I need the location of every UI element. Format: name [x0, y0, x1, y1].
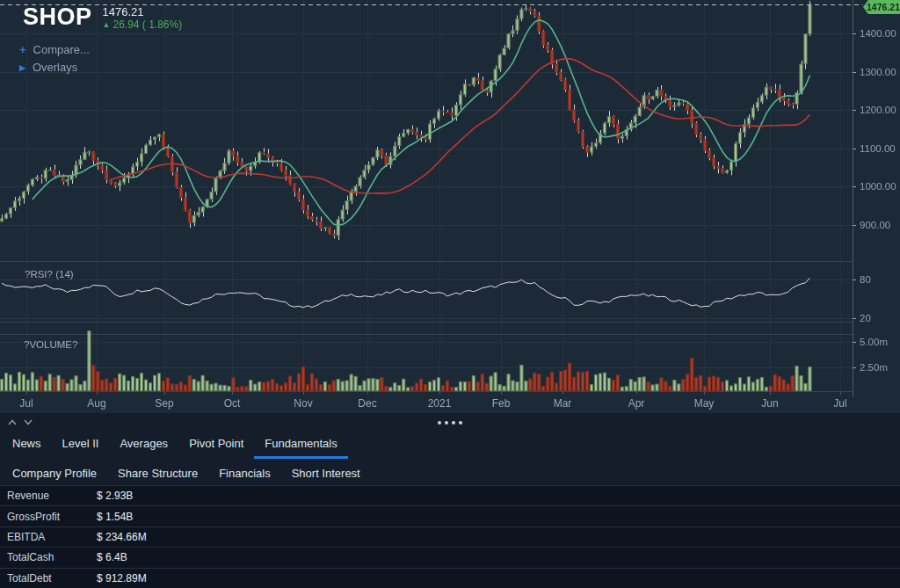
time-axis-label: 2021	[428, 397, 452, 410]
price-axis-label: 1100.00	[860, 143, 896, 154]
time-axis-label: Feb	[492, 397, 511, 410]
financial-metric-value: $ 6.4B	[97, 551, 127, 563]
pager-dot[interactable]	[445, 421, 448, 425]
compare-button[interactable]: + Compare...	[19, 43, 90, 56]
time-axis-label: May	[694, 397, 715, 410]
financial-row: GrossProfit$ 1.54B	[0, 505, 900, 526]
pager-dot[interactable]	[452, 421, 455, 425]
bottom-panel: NewsLevel IIAveragesPivot PointFundament…	[0, 413, 900, 588]
financial-metric-label: GrossProfit	[0, 511, 97, 523]
rsi-panel-label: ?RSI? (14)	[25, 269, 74, 279]
price-axis-label: 900.00	[860, 220, 890, 230]
time-axis-label: Dec	[358, 397, 376, 410]
financial-metric-value: $ 912.89M	[97, 572, 147, 584]
rsi-axis-label: 20	[860, 313, 871, 323]
current-price-badge: 1476.21	[863, 0, 900, 14]
price-chart-canvas[interactable]	[0, 0, 900, 413]
financial-metric-label: EBITDA	[0, 531, 97, 543]
price-axis-label: 1000.00	[860, 181, 896, 192]
time-axis-label: Mar	[554, 397, 572, 410]
tab-pivot-point[interactable]: Pivot Point	[178, 432, 254, 459]
last-price: 1476.21	[103, 6, 183, 18]
pager-dot[interactable]	[459, 421, 462, 425]
volume-axis-label: 2.50m	[860, 362, 888, 373]
financial-metric-label: TotalDebt	[0, 572, 97, 584]
financial-metric-value: $ 2.93B	[97, 490, 133, 502]
volume-panel-label: ?VOLUME?	[24, 339, 77, 350]
instrument-header: SHOP 1476.21 ▲ 26.94 ( 1.86%)	[23, 4, 182, 32]
pager-dots[interactable]	[0, 421, 900, 425]
price-change: ▲ 26.94 ( 1.86%)	[103, 18, 183, 32]
financial-metric-value: $ 234.66M	[97, 531, 147, 543]
main-tab-bar: NewsLevel IIAveragesPivot PointFundament…	[0, 432, 900, 459]
financial-row: TotalCash$ 6.4B	[0, 547, 900, 567]
time-axis-label: Aug	[87, 397, 105, 410]
tab-averages[interactable]: Averages	[109, 432, 178, 459]
financial-row: Revenue$ 2.93B	[0, 485, 900, 505]
tab-news[interactable]: News	[2, 432, 52, 459]
time-axis-label: Oct	[224, 397, 241, 410]
time-axis-label: Sep	[155, 397, 173, 410]
tab-fundamentals[interactable]: Fundamentals	[254, 432, 347, 459]
financial-metric-value: $ 1.54B	[97, 511, 133, 523]
volume-axis-label: 5.00m	[860, 337, 888, 347]
financial-metric-label: TotalCash	[0, 551, 97, 563]
financial-row: EBITDA$ 234.66M	[0, 526, 900, 547]
ticker-symbol: SHOP	[23, 4, 92, 32]
chart-area: SHOP 1476.21 ▲ 26.94 ( 1.86%) + Compare.…	[0, 0, 900, 413]
overlays-button[interactable]: ▶ Overlays	[19, 61, 77, 74]
change-value: 26.94 ( 1.86%)	[112, 18, 182, 32]
plus-icon: +	[19, 43, 26, 56]
time-axis-label: Jul	[19, 397, 33, 410]
time-axis-label: Jun	[761, 397, 778, 410]
financial-metric-label: Revenue	[0, 490, 97, 502]
time-axis-label: Nov	[294, 397, 312, 410]
time-axis-label: Jul	[833, 397, 846, 410]
compare-label: Compare...	[33, 43, 90, 56]
panel-toolbar	[0, 413, 900, 432]
rsi-axis-label: 80	[860, 274, 871, 285]
financial-row: TotalDebt$ 912.89M	[0, 568, 900, 588]
financials-table: Revenue$ 2.93BGrossProfit$ 1.54BEBITDA$ …	[0, 485, 900, 588]
price-axis-label: 1300.00	[860, 67, 896, 77]
time-axis-label: Apr	[628, 397, 645, 410]
overlays-label: Overlays	[33, 61, 77, 74]
tab-level-ii[interactable]: Level II	[52, 432, 110, 459]
pager-dot[interactable]	[438, 421, 441, 425]
triangle-right-icon: ▶	[19, 63, 25, 72]
price-axis-label: 1400.00	[860, 28, 896, 39]
up-arrow-icon: ▲	[103, 18, 111, 32]
price-axis-label: 1200.00	[860, 105, 896, 115]
